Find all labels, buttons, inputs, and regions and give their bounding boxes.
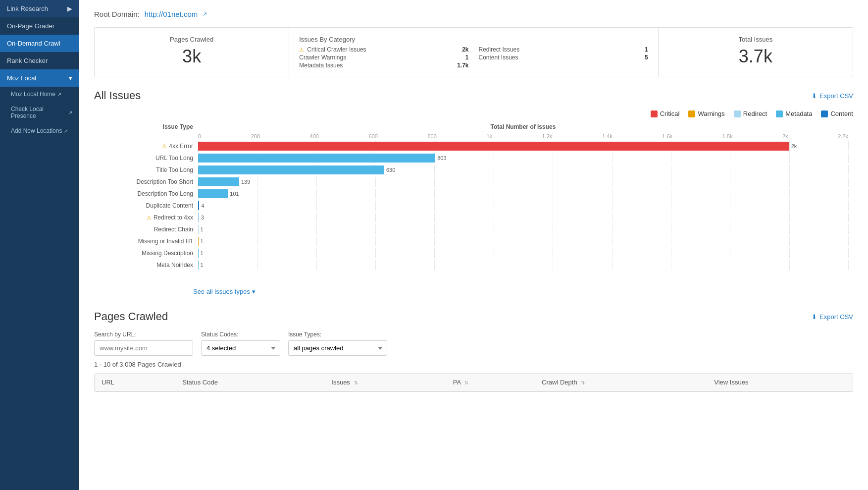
- sidebar-item-link-research[interactable]: Link Research ▶: [0, 0, 79, 17]
- tick-line: [848, 165, 849, 175]
- root-domain-label: Root Domain:: [94, 10, 140, 18]
- root-domain-url[interactable]: http://01net.com: [145, 10, 198, 18]
- issue-label: Metadata Issues: [299, 62, 343, 69]
- tick-line: [730, 153, 730, 163]
- search-url-input[interactable]: [94, 340, 193, 356]
- legend-label: Critical: [660, 110, 680, 117]
- tick-line: [730, 236, 730, 246]
- see-all-label: See all issues types: [193, 288, 250, 295]
- bar-label: Description Too Long: [99, 190, 198, 197]
- sidebar-sub-moz-local-home[interactable]: Moz Local Home ↗: [0, 87, 79, 102]
- root-domain-bar: Root Domain: http://01net.com ↗: [94, 10, 853, 18]
- sidebar-moz-local[interactable]: Moz Local ▾: [0, 69, 79, 87]
- bar-label: ⚠Redirect to 4xx: [99, 214, 198, 221]
- tick-line: [789, 248, 790, 258]
- tick-line: [612, 189, 613, 199]
- sidebar-item-label: Link Research: [7, 5, 48, 12]
- tick-line: [848, 213, 849, 222]
- tick-line: [671, 189, 671, 199]
- sidebar-item-rank-checker[interactable]: Rank Checker: [0, 52, 79, 69]
- chart-rows: ⚠4xx Error2kURL Too Long803Title Too Lon…: [99, 141, 848, 270]
- sidebar-item-on-page-grader[interactable]: On-Page Grader: [0, 17, 79, 35]
- tick-line: [789, 213, 790, 222]
- total-issues-value: 3.7k: [668, 46, 843, 67]
- pages-export-csv-button[interactable]: ⬇ Export CSV: [812, 313, 853, 321]
- tick-line: [434, 224, 435, 234]
- issue-label: Content Issues: [479, 54, 518, 61]
- tick-line: [671, 236, 671, 246]
- tick-line: [848, 236, 849, 246]
- sidebar-item-on-demand-crawl[interactable]: On-Demand Crawl: [0, 35, 79, 52]
- total-issues-stat: Total Issues 3.7k: [659, 28, 853, 77]
- sidebar-sub-add-new-locations[interactable]: Add New Locations ↗: [0, 123, 79, 138]
- content-dot: [821, 110, 828, 117]
- bar-area: 1: [198, 224, 848, 234]
- issue-types-select[interactable]: all pages crawled: [288, 340, 387, 356]
- legend-metadata: Metadata: [776, 110, 812, 117]
- chart-bar-row: Missing or Invalid H11: [99, 236, 848, 246]
- bar-label: URL Too Long: [99, 155, 198, 162]
- issue-count: 1: [645, 46, 648, 53]
- external-link-icon: ↗: [68, 110, 72, 115]
- tick-line: [257, 189, 257, 199]
- legend-label: Metadata: [785, 110, 812, 117]
- tick-line: [671, 248, 671, 258]
- col-pa[interactable]: PA ⇅: [446, 374, 535, 391]
- tick-line: [789, 165, 790, 175]
- tick-line: [494, 189, 494, 199]
- col-issues[interactable]: Issues ⇅: [324, 374, 446, 391]
- bar-area: 3: [198, 213, 848, 222]
- pages-crawled-stat: Pages Crawled 3k: [95, 28, 289, 77]
- col-crawl-depth[interactable]: Crawl Depth ⇅: [535, 374, 707, 391]
- filter-row: Search by URL: Status Codes: 4 selected …: [94, 331, 853, 356]
- col-url: URL: [95, 374, 175, 391]
- issue-label: Redirect Issues: [479, 46, 520, 53]
- issue-count: 1: [465, 54, 469, 61]
- redirect-dot: [734, 110, 741, 117]
- bar-area: 101: [198, 189, 848, 199]
- pages-crawled-table: URL Status Code Issues ⇅ PA ⇅: [95, 374, 853, 391]
- tick-line: [434, 248, 435, 258]
- tick-line: [612, 165, 613, 175]
- tick-line: [553, 248, 553, 258]
- tick-line: [671, 213, 671, 222]
- bar-value-label: 1: [201, 261, 204, 270]
- tick-line: [553, 177, 553, 187]
- export-csv-button[interactable]: ⬇ Export CSV: [812, 92, 853, 100]
- bar-value-label: 2k: [791, 142, 797, 151]
- issue-types-group: Issue Types: all pages crawled: [288, 331, 387, 356]
- tick-line: [671, 177, 671, 187]
- search-by-url-group: Search by URL:: [94, 331, 193, 356]
- bar-label: Missing or Invalid H1: [99, 238, 198, 245]
- sidebar-item-label: On-Page Grader: [7, 22, 54, 30]
- results-count: 1 - 10 of 3,008 Pages Crawled: [94, 361, 853, 368]
- external-link-icon: ↗: [57, 92, 61, 97]
- sidebar-sub-check-local-presence[interactable]: Check Local Presence ↗: [0, 102, 79, 123]
- tick-line: [316, 189, 317, 199]
- tick-line: [730, 177, 730, 187]
- tick-line: [257, 260, 257, 270]
- sort-icon: ⇅: [464, 380, 468, 385]
- pages-export-label: Export CSV: [819, 313, 853, 321]
- chart-bar-row: Description Too Long101: [99, 189, 848, 199]
- chart-bar-row: Title Too Long630: [99, 165, 848, 175]
- tick-line: [257, 224, 257, 234]
- tick-line: [434, 213, 435, 222]
- bar-value-label: 4: [201, 201, 204, 210]
- tick-line: [848, 141, 849, 151]
- bar-area: 4: [198, 201, 848, 211]
- see-all-issues-link[interactable]: See all issues types ▾: [193, 288, 853, 295]
- tick-line: [494, 213, 494, 222]
- tick-line: [730, 165, 730, 175]
- tick-line: [434, 177, 435, 187]
- status-codes-select[interactable]: 4 selected: [201, 340, 280, 356]
- tick-line: [848, 201, 849, 211]
- tick-line: [257, 248, 257, 258]
- bar-value-label: 803: [437, 154, 446, 163]
- legend-critical: Critical: [651, 110, 680, 117]
- tick-line: [553, 189, 553, 199]
- pages-crawled-title: Pages Crawled: [94, 310, 168, 323]
- bar: [198, 165, 384, 174]
- tick-line: [789, 201, 790, 211]
- tick-line: [730, 201, 730, 211]
